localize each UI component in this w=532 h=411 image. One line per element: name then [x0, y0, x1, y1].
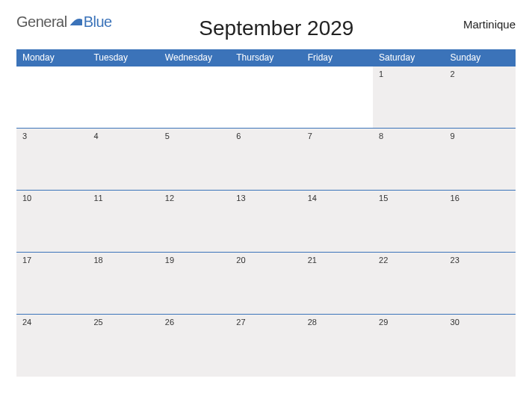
- day-header-row: Monday Tuesday Wednesday Thursday Friday…: [16, 49, 516, 67]
- calendar-title: September 2029: [112, 16, 441, 40]
- day-header: Wednesday: [159, 49, 230, 67]
- calendar-day: 10: [16, 191, 87, 253]
- calendar-day: 24: [16, 315, 87, 377]
- day-header: Sunday: [445, 49, 516, 67]
- calendar-header: General Blue September 2029 Martinique: [16, 13, 516, 40]
- calendar-day: 6: [230, 129, 301, 191]
- day-number: 3: [22, 132, 81, 140]
- day-number: 6: [236, 132, 295, 140]
- calendar-day: 15: [373, 191, 444, 253]
- calendar-day: 23: [445, 253, 516, 315]
- day-number: 9: [451, 132, 510, 140]
- day-number: 29: [379, 318, 438, 327]
- calendar-day: 28: [302, 315, 373, 377]
- day-header: Monday: [16, 49, 87, 67]
- calendar-day: 12: [159, 191, 230, 253]
- calendar-week-row: 10 11 12 13 14 15 16: [16, 191, 516, 253]
- day-number: 20: [236, 256, 295, 265]
- day-number: 14: [308, 194, 367, 203]
- day-number: 21: [308, 256, 367, 265]
- calendar-day: 16: [445, 191, 516, 253]
- day-number: 7: [308, 132, 367, 140]
- day-number: 26: [165, 318, 224, 327]
- day-number: 10: [22, 194, 81, 203]
- day-number: 24: [22, 318, 81, 327]
- day-number: 28: [308, 318, 367, 327]
- calendar-day-blank: [87, 67, 158, 129]
- calendar-day: 14: [302, 191, 373, 253]
- logo-text-general: General: [16, 13, 67, 31]
- day-number: 19: [165, 256, 224, 265]
- calendar-day: 11: [87, 191, 158, 253]
- calendar-day: 22: [373, 253, 444, 315]
- day-number: 27: [236, 318, 295, 327]
- calendar-day-blank: [159, 67, 230, 129]
- calendar-week-row: 24 25 26 27 28 29 30: [16, 315, 516, 377]
- calendar-week-row: 1 2: [16, 67, 516, 129]
- calendar-day: 20: [230, 253, 301, 315]
- day-number: 22: [379, 256, 438, 265]
- day-number: 23: [451, 256, 510, 265]
- calendar-day: 7: [302, 129, 373, 191]
- calendar-day: 4: [87, 129, 158, 191]
- day-header: Saturday: [373, 49, 444, 67]
- calendar-day: 27: [230, 315, 301, 377]
- day-number: 8: [379, 132, 438, 140]
- day-number: 16: [451, 194, 510, 203]
- calendar-day: 2: [445, 67, 516, 129]
- logo-swoosh-icon: [69, 13, 83, 31]
- calendar-day-blank: [16, 67, 87, 129]
- day-number: 30: [451, 318, 510, 327]
- calendar-week-row: 17 18 19 20 21 22 23: [16, 253, 516, 315]
- day-number: 2: [451, 69, 510, 78]
- day-number: 11: [93, 194, 152, 203]
- calendar-day-blank: [302, 67, 373, 129]
- calendar-day: 3: [16, 129, 87, 191]
- calendar-day: 17: [16, 253, 87, 315]
- day-number: 13: [236, 194, 295, 203]
- calendar-day: 21: [302, 253, 373, 315]
- logo-text-blue: Blue: [84, 13, 112, 31]
- calendar-day: 29: [373, 315, 444, 377]
- day-number: 25: [93, 318, 152, 327]
- calendar-grid: Monday Tuesday Wednesday Thursday Friday…: [16, 49, 516, 377]
- calendar-week-row: 3 4 5 6 7 8 9: [16, 129, 516, 191]
- calendar-day: 19: [159, 253, 230, 315]
- day-header: Tuesday: [87, 49, 158, 67]
- day-header: Thursday: [230, 49, 301, 67]
- brand-logo: General Blue: [16, 13, 112, 31]
- calendar-day: 1: [373, 67, 444, 129]
- calendar-day: 13: [230, 191, 301, 253]
- calendar-day: 30: [445, 315, 516, 377]
- day-number: 18: [93, 256, 152, 265]
- calendar-day: 25: [87, 315, 158, 377]
- day-header: Friday: [302, 49, 373, 67]
- day-number: 15: [379, 194, 438, 203]
- calendar-day: 5: [159, 129, 230, 191]
- calendar-day: 8: [373, 129, 444, 191]
- calendar-day-blank: [230, 67, 301, 129]
- day-number: 12: [165, 194, 224, 203]
- day-number: 5: [165, 132, 224, 140]
- calendar-day: 9: [445, 129, 516, 191]
- day-number: 17: [22, 256, 81, 265]
- calendar-day: 18: [87, 253, 158, 315]
- day-number: 1: [379, 69, 438, 78]
- region-label: Martinique: [441, 18, 516, 31]
- calendar-day: 26: [159, 315, 230, 377]
- day-number: 4: [93, 132, 152, 140]
